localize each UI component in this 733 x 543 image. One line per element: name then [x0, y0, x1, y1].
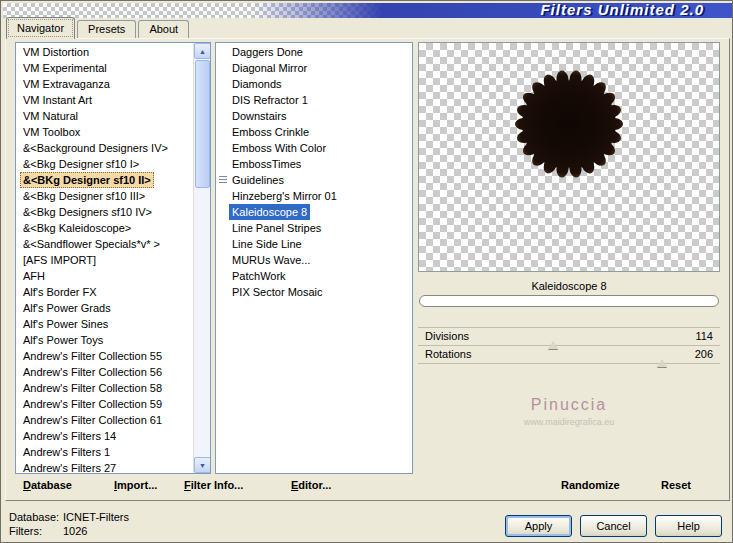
filter-item[interactable]: PIX Sector Mosaic: [216, 284, 412, 300]
toolbar-import-button[interactable]: Import...: [114, 479, 157, 491]
preview-canvas: [418, 42, 720, 272]
navigator-page: VM DistortionVM ExperimentalVM Extravaga…: [5, 38, 730, 501]
filter-item[interactable]: PatchWork: [216, 268, 412, 284]
category-item[interactable]: VM Distortion: [16, 44, 193, 60]
category-item[interactable]: VM Extravaganza: [16, 76, 193, 92]
scroll-up-button[interactable]: ▲: [194, 43, 211, 59]
category-item[interactable]: Andrew's Filter Collection 58: [16, 380, 193, 396]
app-title: Filters Unlimited 2.0: [540, 1, 704, 18]
help-button[interactable]: Help: [655, 515, 722, 537]
tab-navigator[interactable]: Navigator: [6, 17, 75, 39]
status-database-label: Database:: [9, 511, 63, 523]
toolbar-filter-info-button[interactable]: Filter Info...: [184, 479, 243, 491]
filter-item[interactable]: Emboss With Color: [216, 140, 412, 156]
cancel-button[interactable]: Cancel: [580, 515, 647, 537]
category-item[interactable]: Alf's Power Grads: [16, 300, 193, 316]
filter-item[interactable]: EmbossTimes: [216, 156, 412, 172]
param-value: 206: [695, 348, 713, 360]
category-item[interactable]: &<Bkg Kaleidoscope>: [16, 220, 193, 236]
status-database: Database:ICNET-Filters: [9, 511, 129, 523]
tab-presets[interactable]: Presets: [77, 20, 136, 38]
toolbar-editor-button[interactable]: Editor...: [291, 479, 331, 491]
filter-item[interactable]: Emboss Crinkle: [216, 124, 412, 140]
filter-item[interactable]: Guidelines: [216, 172, 412, 188]
scroll-down-button[interactable]: ▼: [194, 457, 211, 473]
arrow-down-icon: ▼: [199, 462, 206, 469]
filter-item[interactable]: Diagonal Mirror: [216, 60, 412, 76]
watermark-name: Pinuccia: [418, 396, 720, 414]
filter-item[interactable]: Daggers Done: [216, 44, 412, 60]
category-item[interactable]: VM Instant Art: [16, 92, 193, 108]
progress-bar: [419, 295, 719, 307]
category-item[interactable]: &<Bkg Designer sf10 III>: [16, 188, 193, 204]
category-item[interactable]: Andrew's Filter Collection 55: [16, 348, 193, 364]
param-value: 114: [695, 330, 713, 342]
category-item[interactable]: Alf's Power Toys: [16, 332, 193, 348]
title-banner: Filters Unlimited 2.0: [3, 3, 732, 18]
filter-item[interactable]: DIS Refractor 1: [216, 92, 412, 108]
filter-item[interactable]: Kaleidoscope 8: [216, 204, 412, 220]
category-rows: VM DistortionVM ExperimentalVM Extravaga…: [16, 44, 193, 473]
status-database-value: ICNET-Filters: [63, 511, 129, 523]
filter-item[interactable]: Line Panel Stripes: [216, 220, 412, 236]
filter-item[interactable]: Downstairs: [216, 108, 412, 124]
toolbar-randomize-button[interactable]: Randomize: [561, 479, 620, 491]
category-item[interactable]: &<Sandflower Specials*v* >: [16, 236, 193, 252]
param-row-divisions[interactable]: Divisions114: [418, 328, 720, 346]
filter-list[interactable]: Daggers DoneDiagonal MirrorDiamondsDIS R…: [215, 42, 413, 474]
scroll-thumb[interactable]: [195, 60, 210, 188]
param-rows: Divisions114Rotations206: [418, 327, 720, 364]
bottom-toolbar: DatabaseImport...Filter Info...Editor...…: [6, 477, 729, 497]
category-item[interactable]: Alf's Border FX: [16, 284, 193, 300]
toolbar-database-button[interactable]: Database: [23, 479, 72, 491]
category-item[interactable]: [AFS IMPORT]: [16, 252, 193, 268]
category-item[interactable]: &<BKg Designer sf10 II>: [16, 172, 193, 188]
param-name: Divisions: [425, 330, 469, 342]
arrow-up-icon: ▲: [199, 48, 206, 55]
toolbar-reset-button[interactable]: Reset: [661, 479, 691, 491]
filter-rows: Daggers DoneDiagonal MirrorDiamondsDIS R…: [216, 44, 412, 473]
param-row-rotations[interactable]: Rotations206: [418, 346, 720, 364]
category-item[interactable]: &<Bkg Designers sf10 IV>: [16, 204, 193, 220]
category-item[interactable]: VM Experimental: [16, 60, 193, 76]
watermark: Pinuccia www.maidiregrafica.eu: [418, 396, 720, 427]
filters-unlimited-dialog: Filters Unlimited 2.0 NavigatorPresetsAb…: [0, 0, 733, 543]
filter-item[interactable]: MURUs Wave...: [216, 252, 412, 268]
category-item[interactable]: VM Natural: [16, 108, 193, 124]
filter-item[interactable]: Hinzeberg's Mirror 01: [216, 188, 412, 204]
selected-filter-name: Kaleidoscope 8: [418, 280, 720, 292]
category-item[interactable]: &<Background Designers IV>: [16, 140, 193, 156]
category-item[interactable]: Andrew's Filter Collection 56: [16, 364, 193, 380]
status-filters-label: Filters:: [9, 525, 63, 537]
watermark-url: www.maidiregrafica.eu: [418, 417, 720, 427]
status-filters: Filters:1026: [9, 525, 87, 537]
filter-item[interactable]: Line Side Line: [216, 236, 412, 252]
kaleidoscope-flower-image: [509, 64, 629, 184]
slider-thumb[interactable]: [657, 359, 667, 367]
param-name: Rotations: [425, 348, 471, 360]
category-item[interactable]: Andrew's Filters 14: [16, 428, 193, 444]
category-list[interactable]: VM DistortionVM ExperimentalVM Extravaga…: [15, 42, 211, 474]
category-scrollbar[interactable]: ▲ ▼: [193, 43, 210, 473]
filter-item[interactable]: Diamonds: [216, 76, 412, 92]
category-item[interactable]: Andrew's Filters 27: [16, 460, 193, 474]
status-filters-value: 1026: [63, 525, 87, 537]
category-item[interactable]: VM Toolbox: [16, 124, 193, 140]
list-icon: [219, 176, 227, 184]
tab-bar: NavigatorPresetsAbout: [6, 17, 191, 38]
category-item[interactable]: Andrew's Filter Collection 61: [16, 412, 193, 428]
category-item[interactable]: Andrew's Filter Collection 59: [16, 396, 193, 412]
tab-about[interactable]: About: [138, 20, 189, 38]
category-item[interactable]: &<Bkg Designer sf10 I>: [16, 156, 193, 172]
category-item[interactable]: AFH: [16, 268, 193, 284]
apply-button[interactable]: Apply: [505, 515, 572, 537]
slider-thumb[interactable]: [548, 341, 558, 349]
category-item[interactable]: Andrew's Filters 1: [16, 444, 193, 460]
category-item[interactable]: Alf's Power Sines: [16, 316, 193, 332]
